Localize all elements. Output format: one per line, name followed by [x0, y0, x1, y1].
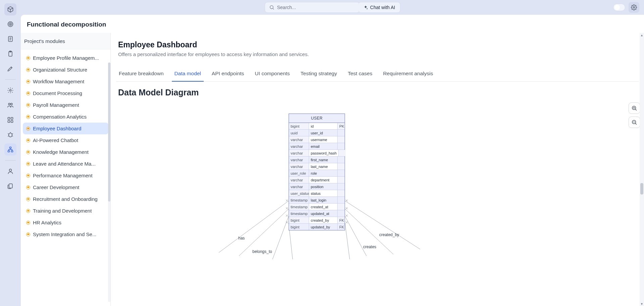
column-type: varchar — [289, 177, 309, 183]
module-label: Training and Development — [33, 208, 92, 214]
module-item[interactable]: Leave and Attendance Ma... — [23, 158, 108, 170]
module-item[interactable]: Training and Development — [23, 205, 108, 217]
column-type: varchar — [289, 150, 309, 156]
module-item[interactable]: Performance Management — [23, 170, 108, 181]
module-label: HR Analytics — [33, 220, 61, 225]
svg-line-23 — [219, 201, 289, 253]
status-bullet-icon — [26, 221, 30, 225]
scroll-thumb[interactable] — [640, 183, 643, 194]
main-scrollbar[interactable]: ▲ ▼ — [640, 33, 644, 306]
column-name: last_name — [309, 163, 337, 170]
status-bullet-icon — [26, 232, 30, 236]
search-icon — [269, 5, 275, 10]
pen-icon[interactable] — [4, 62, 16, 75]
entity-column-row: varcharpassword_hash — [289, 149, 345, 156]
grid-icon[interactable] — [4, 114, 16, 126]
svg-point-0 — [8, 22, 13, 27]
column-key — [337, 136, 345, 143]
column-key — [337, 197, 345, 203]
diagram-edges — [118, 101, 637, 290]
settings-button[interactable] — [629, 2, 639, 13]
entity-column-row: uuiduser_id — [289, 129, 345, 136]
search-input[interactable]: Search... — [265, 2, 360, 13]
entity-column-row: varcharfirst_name — [289, 156, 345, 163]
column-key — [337, 163, 345, 170]
chat-ai-button[interactable]: Chat with AI — [358, 2, 400, 13]
module-label: Recruitment and Onboarding — [33, 196, 98, 202]
entity-column-row: user_rolerole — [289, 170, 345, 176]
module-item[interactable]: Workflow Management — [23, 76, 108, 87]
theme-toggle[interactable] — [613, 4, 625, 11]
module-item[interactable]: Recruitment and Onboarding — [23, 193, 108, 205]
svg-rect-16 — [11, 150, 13, 152]
tab[interactable]: Testing strategy — [300, 69, 338, 81]
diagram-canvas[interactable]: USER bigintidPKuuiduser_idvarcharusernam… — [118, 101, 637, 290]
module-item[interactable]: HR Analytics — [23, 217, 108, 228]
module-item[interactable]: Employee Dashboard — [23, 123, 108, 134]
bug-icon[interactable] — [4, 129, 16, 141]
tab[interactable]: Data model — [174, 69, 202, 81]
column-type: uuid — [289, 130, 309, 136]
module-item[interactable]: Career Development — [23, 181, 108, 193]
tab[interactable]: Feature breakdown — [118, 69, 164, 81]
module-item[interactable]: Document Processing — [23, 87, 108, 99]
svg-point-8 — [11, 103, 12, 105]
module-item[interactable]: Organizational Structure — [23, 64, 108, 76]
tab[interactable]: Requirement analysis — [382, 69, 434, 81]
entity-user[interactable]: USER bigintidPKuuiduser_idvarcharusernam… — [289, 114, 345, 230]
module-item[interactable]: Compensation Analytics — [23, 111, 108, 123]
entity-column-row: varcharlast_name — [289, 163, 345, 170]
clipboard-icon[interactable] — [4, 48, 16, 60]
svg-point-2 — [10, 24, 11, 25]
gear-icon[interactable] — [4, 84, 16, 96]
module-item[interactable]: AI-Powered Chatbot — [23, 134, 108, 146]
module-item[interactable]: Employee Profile Managem... — [23, 52, 108, 64]
column-name: created_at — [309, 204, 337, 210]
status-bullet-icon — [26, 56, 30, 60]
target-icon[interactable] — [4, 18, 16, 30]
svg-point-1 — [9, 23, 12, 26]
copy-icon[interactable] — [4, 180, 16, 192]
user-icon[interactable] — [4, 165, 16, 177]
decomposition-icon[interactable] — [4, 143, 16, 156]
entity-column-row: varcharusername — [289, 136, 345, 143]
module-item[interactable]: Knowledge Management — [23, 146, 108, 158]
entity-column-row: timestampupdated_at — [289, 210, 345, 217]
entity-column-row: user_statusstatus — [289, 190, 345, 196]
entity-column-row: varcharemail — [289, 143, 345, 149]
entity-column-row: varchardepartment — [289, 176, 345, 183]
nav-rail — [0, 0, 21, 306]
column-key: FK — [337, 224, 345, 230]
svg-line-25 — [273, 216, 289, 259]
tab[interactable]: Test cases — [347, 69, 373, 81]
column-name: password_hash — [309, 150, 338, 156]
tab[interactable]: API endpoints — [211, 69, 245, 81]
column-key: FK — [337, 217, 345, 223]
sidebar-scrollbar[interactable] — [108, 62, 110, 302]
module-item[interactable]: System Integration and Se... — [23, 228, 108, 240]
document-icon[interactable] — [4, 33, 16, 45]
module-label: Knowledge Management — [33, 149, 89, 155]
module-item[interactable]: Payroll Management — [23, 99, 108, 111]
svg-rect-10 — [11, 118, 13, 120]
column-name: first_name — [309, 157, 337, 163]
rail-divider — [5, 160, 16, 161]
column-name: username — [309, 136, 337, 143]
column-name: updated_by — [309, 224, 337, 230]
status-bullet-icon — [26, 150, 30, 154]
column-type: bigint — [289, 217, 309, 223]
column-name: position — [309, 183, 337, 190]
logo-icon[interactable] — [4, 3, 16, 15]
svg-point-6 — [10, 90, 11, 91]
module-label: Workflow Management — [33, 79, 84, 84]
module-label: Organizational Structure — [33, 67, 87, 73]
people-icon[interactable] — [4, 99, 16, 111]
column-key — [337, 183, 345, 190]
svg-rect-12 — [11, 121, 13, 123]
search-placeholder: Search... — [277, 5, 296, 10]
detail-description: Offers a personalized interface for empl… — [118, 51, 637, 57]
entity-column-row: bigintcreated_byFK — [289, 217, 345, 223]
tab[interactable]: UI components — [254, 69, 290, 81]
svg-line-30 — [345, 223, 350, 259]
module-label: Document Processing — [33, 90, 82, 96]
